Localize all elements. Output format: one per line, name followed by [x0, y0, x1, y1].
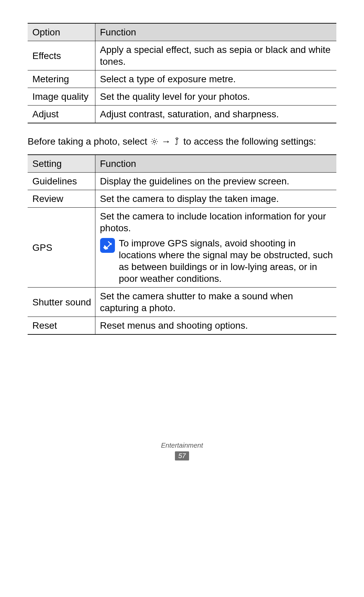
gear-icon: [150, 137, 159, 146]
table-row: Guidelines Display the guidelines on the…: [28, 173, 336, 190]
header-function: Function: [95, 155, 336, 173]
option-cell: Metering: [28, 70, 95, 88]
page-number: 57: [175, 451, 189, 460]
table-row: Effects Apply a special effect, such as …: [28, 41, 336, 70]
text: Before taking a photo, select: [28, 136, 150, 147]
setting-cell: Shutter sound: [28, 288, 95, 317]
table-row: Reset Reset menus and shooting options.: [28, 317, 336, 335]
table-header-row: Option Function: [28, 23, 336, 41]
text: to access the following settings:: [181, 136, 316, 147]
function-cell: Apply a special effect, such as sepia or…: [95, 41, 336, 70]
header-function: Function: [95, 23, 336, 41]
setting-cell: Review: [28, 190, 95, 208]
manual-page: Option Function Effects Apply a special …: [0, 0, 364, 597]
table-row: Adjust Adjust contrast, saturation, and …: [28, 106, 336, 123]
function-cell: Display the guidelines on the preview sc…: [95, 173, 336, 190]
function-cell: Select a type of exposure metre.: [95, 70, 336, 88]
header-setting: Setting: [28, 155, 95, 173]
section-name: Entertainment: [0, 442, 364, 449]
function-cell: Set the camera to include location infor…: [95, 208, 336, 288]
function-cell: Reset menus and shooting options.: [95, 317, 336, 335]
gps-note-text: To improve GPS signals, avoid shooting i…: [119, 237, 333, 285]
arrow-text: →: [159, 136, 174, 147]
table-row: Review Set the camera to display the tak…: [28, 190, 336, 208]
option-cell: Image quality: [28, 88, 95, 106]
table-row: Shutter sound Set the camera shutter to …: [28, 288, 336, 317]
page-footer: Entertainment 57: [0, 442, 364, 460]
option-cell: Effects: [28, 41, 95, 70]
header-option: Option: [28, 23, 95, 41]
wrench-icon: [173, 137, 181, 146]
gps-description: Set the camera to include location infor…: [100, 210, 333, 234]
settings-table: Setting Function Guidelines Display the …: [28, 154, 336, 335]
instruction-paragraph: Before taking a photo, select → to acces…: [28, 136, 336, 148]
function-cell: Set the quality level for your photos.: [95, 88, 336, 106]
function-cell: Adjust contrast, saturation, and sharpne…: [95, 106, 336, 123]
table-row: Metering Select a type of exposure metre…: [28, 70, 336, 88]
table-row: Image quality Set the quality level for …: [28, 88, 336, 106]
gps-note: To improve GPS signals, avoid shooting i…: [100, 237, 333, 285]
options-table: Option Function Effects Apply a special …: [28, 23, 336, 123]
table-row: GPS Set the camera to include location i…: [28, 208, 336, 288]
function-cell: Set the camera to display the taken imag…: [95, 190, 336, 208]
setting-cell: GPS: [28, 208, 95, 288]
table-header-row: Setting Function: [28, 155, 336, 173]
setting-cell: Guidelines: [28, 173, 95, 190]
function-cell: Set the camera shutter to make a sound w…: [95, 288, 336, 317]
setting-cell: Reset: [28, 317, 95, 335]
svg-point-0: [153, 141, 155, 143]
note-icon: [100, 238, 115, 253]
option-cell: Adjust: [28, 106, 95, 123]
